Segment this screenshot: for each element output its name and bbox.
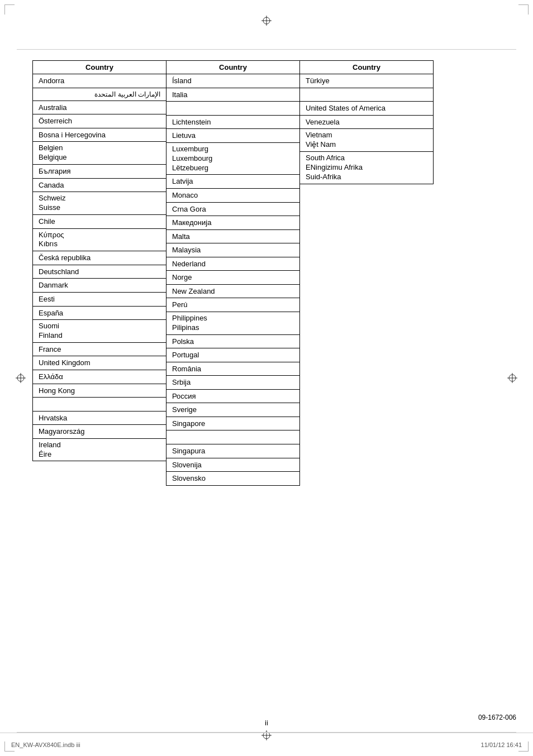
table-row: Malta [166, 229, 300, 243]
table-row: SchweizSuisse [33, 192, 166, 215]
table-row: South AfricaENingizimu AfrikaSuid-Afrika [300, 151, 434, 184]
table-row: Hrvatska [33, 411, 166, 425]
tables-row: Country Andorraالإمارات العربية المتحدةA… [32, 60, 516, 486]
table-row [33, 398, 166, 412]
table-row: Srbija [166, 376, 300, 390]
table-row: Österreich [33, 114, 166, 128]
table-row: Singapura [166, 444, 300, 458]
table-row: PhilippinesPilipinas [166, 312, 300, 334]
table-row: SuomiFinland [33, 320, 166, 343]
table-row: Македонија [166, 216, 300, 230]
table-row: Slovensko [166, 472, 300, 486]
table-row: Ísland [166, 74, 300, 88]
table-row: LuxemburgLuxembourgLëtzebuerg [166, 142, 300, 175]
table-row: Hong Kong [33, 384, 166, 398]
footer-left: EN_KW-AVX840E.indb iii [11, 741, 80, 748]
table-row: Sverige [166, 403, 300, 417]
table-row: Česká republika [33, 251, 166, 265]
doc-number: 09-1672-006 [478, 714, 516, 721]
corner-mark-tr [518, 4, 529, 15]
svg-point-0 [263, 17, 270, 24]
table-row: Canada [33, 178, 166, 192]
table-row: Türkiye [300, 74, 434, 88]
table-row: Magyarország [33, 425, 166, 439]
table-row: Portugal [166, 348, 300, 362]
table-row: España [33, 306, 166, 320]
col2-header: Country [166, 61, 300, 74]
table-row: Crna Gora [166, 202, 300, 216]
table-row: Latvija [166, 175, 300, 189]
footer-file-info: EN_KW-AVX840E.indb iii [11, 741, 80, 748]
table-row: ΚύπροςKıbrıs [33, 228, 166, 251]
table-row [300, 88, 434, 102]
corner-mark-tl [4, 4, 15, 15]
table-row: Italia [166, 88, 300, 102]
table-row: France [33, 342, 166, 356]
table-row: Deutschland [33, 265, 166, 279]
page-number: ii [265, 719, 268, 727]
table-row: România [166, 362, 300, 376]
table-row: Norge [166, 271, 300, 285]
content-area: Country Andorraالإمارات العربية المتحدةA… [32, 60, 516, 706]
footer-bar: EN_KW-AVX840E.indb iii 11/01/12 16:41 [0, 733, 533, 756]
country-table-1: Country Andorraالإمارات العربية المتحدةA… [32, 60, 166, 461]
table-row: Andorra [33, 74, 166, 88]
col3-header: Country [300, 61, 434, 74]
table-row: IrelandÉire [33, 438, 166, 461]
col1-header: Country [33, 61, 166, 74]
table-row: Eesti [33, 293, 166, 307]
table-row: Singapore [166, 417, 300, 430]
table-row: New Zealand [166, 284, 300, 298]
table-row: Ελλάδα [33, 370, 166, 384]
table-row: Lietuva [166, 129, 300, 143]
table-row: Danmark [33, 279, 166, 293]
table-row [166, 430, 300, 444]
table-row: Nederland [166, 257, 300, 271]
footer-right: 11/01/12 16:41 [481, 741, 522, 748]
table-row: Monaco [166, 188, 300, 202]
table-row [166, 102, 300, 116]
table-row: Lichtenstein [166, 115, 300, 129]
table-row: Perú [166, 298, 300, 312]
svg-point-3 [17, 375, 24, 381]
top-margin-line [17, 49, 516, 50]
table-row: Bosna i Hercegovina [33, 128, 166, 142]
table-row: България [33, 165, 166, 179]
table-row: United Kingdom [33, 356, 166, 370]
table-row: Slovenija [166, 458, 300, 472]
table-row: Venezuela [300, 115, 434, 129]
table-row: BelgienBelgique [33, 142, 166, 165]
country-table-3: Country Türkiye United States of America… [299, 60, 434, 184]
table-row: Polska [166, 334, 300, 348]
country-table-2: Country ÍslandItalia LichtensteinLietuva… [166, 60, 300, 486]
table-row: United States of America [300, 102, 434, 116]
table-row: VietnamViệt Nam [300, 129, 434, 152]
table-row: Malaysia [166, 243, 300, 257]
reg-mark-top [261, 16, 272, 26]
table-row: الإمارات العربية المتحدة [33, 88, 166, 101]
table-row: Россия [166, 389, 300, 403]
table-row: Australia [33, 101, 166, 114]
table-row: Chile [33, 215, 166, 229]
reg-mark-left [16, 373, 26, 383]
